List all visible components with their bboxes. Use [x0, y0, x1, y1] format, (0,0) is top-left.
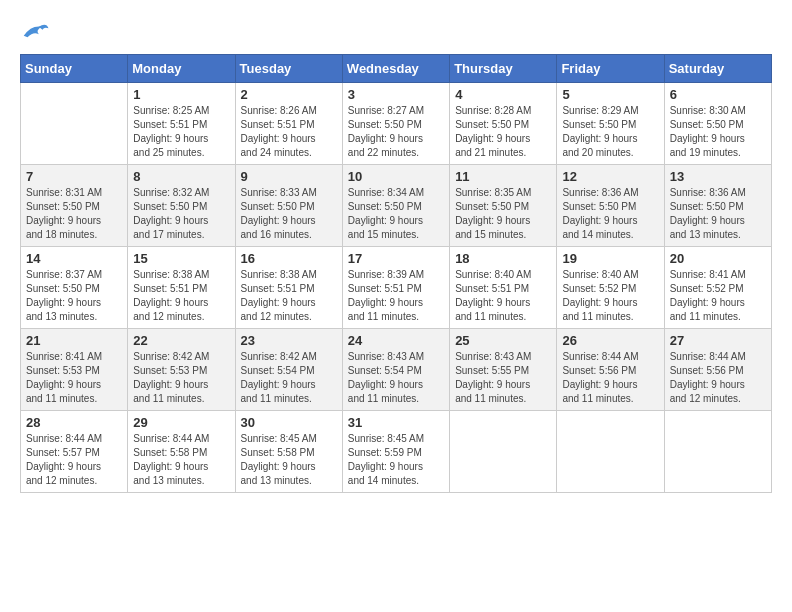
calendar-week-2: 14Sunrise: 8:37 AMSunset: 5:50 PMDayligh…	[21, 247, 772, 329]
calendar-cell: 18Sunrise: 8:40 AMSunset: 5:51 PMDayligh…	[450, 247, 557, 329]
cell-info: Sunrise: 8:26 AMSunset: 5:51 PMDaylight:…	[241, 104, 337, 160]
calendar-cell: 20Sunrise: 8:41 AMSunset: 5:52 PMDayligh…	[664, 247, 771, 329]
day-number: 12	[562, 169, 658, 184]
calendar: SundayMondayTuesdayWednesdayThursdayFrid…	[20, 54, 772, 493]
calendar-cell: 25Sunrise: 8:43 AMSunset: 5:55 PMDayligh…	[450, 329, 557, 411]
day-number: 18	[455, 251, 551, 266]
calendar-cell: 13Sunrise: 8:36 AMSunset: 5:50 PMDayligh…	[664, 165, 771, 247]
cell-info: Sunrise: 8:25 AMSunset: 5:51 PMDaylight:…	[133, 104, 229, 160]
calendar-cell: 10Sunrise: 8:34 AMSunset: 5:50 PMDayligh…	[342, 165, 449, 247]
calendar-cell: 1Sunrise: 8:25 AMSunset: 5:51 PMDaylight…	[128, 83, 235, 165]
cell-info: Sunrise: 8:44 AMSunset: 5:57 PMDaylight:…	[26, 432, 122, 488]
calendar-cell: 6Sunrise: 8:30 AMSunset: 5:50 PMDaylight…	[664, 83, 771, 165]
cell-info: Sunrise: 8:39 AMSunset: 5:51 PMDaylight:…	[348, 268, 444, 324]
header-wednesday: Wednesday	[342, 55, 449, 83]
day-number: 15	[133, 251, 229, 266]
calendar-cell: 9Sunrise: 8:33 AMSunset: 5:50 PMDaylight…	[235, 165, 342, 247]
day-number: 9	[241, 169, 337, 184]
cell-info: Sunrise: 8:29 AMSunset: 5:50 PMDaylight:…	[562, 104, 658, 160]
cell-info: Sunrise: 8:42 AMSunset: 5:54 PMDaylight:…	[241, 350, 337, 406]
cell-info: Sunrise: 8:40 AMSunset: 5:52 PMDaylight:…	[562, 268, 658, 324]
cell-info: Sunrise: 8:43 AMSunset: 5:55 PMDaylight:…	[455, 350, 551, 406]
cell-info: Sunrise: 8:44 AMSunset: 5:58 PMDaylight:…	[133, 432, 229, 488]
calendar-cell: 17Sunrise: 8:39 AMSunset: 5:51 PMDayligh…	[342, 247, 449, 329]
calendar-cell: 2Sunrise: 8:26 AMSunset: 5:51 PMDaylight…	[235, 83, 342, 165]
cell-info: Sunrise: 8:45 AMSunset: 5:58 PMDaylight:…	[241, 432, 337, 488]
day-number: 2	[241, 87, 337, 102]
cell-info: Sunrise: 8:40 AMSunset: 5:51 PMDaylight:…	[455, 268, 551, 324]
day-number: 20	[670, 251, 766, 266]
cell-info: Sunrise: 8:32 AMSunset: 5:50 PMDaylight:…	[133, 186, 229, 242]
calendar-cell: 12Sunrise: 8:36 AMSunset: 5:50 PMDayligh…	[557, 165, 664, 247]
calendar-cell: 11Sunrise: 8:35 AMSunset: 5:50 PMDayligh…	[450, 165, 557, 247]
calendar-cell: 16Sunrise: 8:38 AMSunset: 5:51 PMDayligh…	[235, 247, 342, 329]
calendar-cell	[557, 411, 664, 493]
calendar-cell: 3Sunrise: 8:27 AMSunset: 5:50 PMDaylight…	[342, 83, 449, 165]
day-number: 3	[348, 87, 444, 102]
day-number: 30	[241, 415, 337, 430]
calendar-cell: 15Sunrise: 8:38 AMSunset: 5:51 PMDayligh…	[128, 247, 235, 329]
calendar-cell: 23Sunrise: 8:42 AMSunset: 5:54 PMDayligh…	[235, 329, 342, 411]
header-tuesday: Tuesday	[235, 55, 342, 83]
cell-info: Sunrise: 8:41 AMSunset: 5:53 PMDaylight:…	[26, 350, 122, 406]
day-number: 10	[348, 169, 444, 184]
calendar-cell: 14Sunrise: 8:37 AMSunset: 5:50 PMDayligh…	[21, 247, 128, 329]
day-number: 4	[455, 87, 551, 102]
calendar-cell: 8Sunrise: 8:32 AMSunset: 5:50 PMDaylight…	[128, 165, 235, 247]
cell-info: Sunrise: 8:41 AMSunset: 5:52 PMDaylight:…	[670, 268, 766, 324]
day-number: 13	[670, 169, 766, 184]
calendar-cell: 27Sunrise: 8:44 AMSunset: 5:56 PMDayligh…	[664, 329, 771, 411]
day-number: 6	[670, 87, 766, 102]
cell-info: Sunrise: 8:37 AMSunset: 5:50 PMDaylight:…	[26, 268, 122, 324]
cell-info: Sunrise: 8:43 AMSunset: 5:54 PMDaylight:…	[348, 350, 444, 406]
calendar-cell	[21, 83, 128, 165]
day-number: 1	[133, 87, 229, 102]
cell-info: Sunrise: 8:44 AMSunset: 5:56 PMDaylight:…	[670, 350, 766, 406]
header-monday: Monday	[128, 55, 235, 83]
calendar-cell: 19Sunrise: 8:40 AMSunset: 5:52 PMDayligh…	[557, 247, 664, 329]
day-number: 27	[670, 333, 766, 348]
calendar-cell: 5Sunrise: 8:29 AMSunset: 5:50 PMDaylight…	[557, 83, 664, 165]
page-header	[20, 20, 772, 44]
cell-info: Sunrise: 8:28 AMSunset: 5:50 PMDaylight:…	[455, 104, 551, 160]
day-number: 21	[26, 333, 122, 348]
day-number: 16	[241, 251, 337, 266]
calendar-cell: 30Sunrise: 8:45 AMSunset: 5:58 PMDayligh…	[235, 411, 342, 493]
calendar-cell: 29Sunrise: 8:44 AMSunset: 5:58 PMDayligh…	[128, 411, 235, 493]
header-thursday: Thursday	[450, 55, 557, 83]
cell-info: Sunrise: 8:35 AMSunset: 5:50 PMDaylight:…	[455, 186, 551, 242]
day-number: 28	[26, 415, 122, 430]
day-number: 22	[133, 333, 229, 348]
cell-info: Sunrise: 8:42 AMSunset: 5:53 PMDaylight:…	[133, 350, 229, 406]
day-number: 11	[455, 169, 551, 184]
calendar-header-row: SundayMondayTuesdayWednesdayThursdayFrid…	[21, 55, 772, 83]
cell-info: Sunrise: 8:36 AMSunset: 5:50 PMDaylight:…	[562, 186, 658, 242]
day-number: 31	[348, 415, 444, 430]
header-sunday: Sunday	[21, 55, 128, 83]
cell-info: Sunrise: 8:33 AMSunset: 5:50 PMDaylight:…	[241, 186, 337, 242]
calendar-cell: 21Sunrise: 8:41 AMSunset: 5:53 PMDayligh…	[21, 329, 128, 411]
cell-info: Sunrise: 8:34 AMSunset: 5:50 PMDaylight:…	[348, 186, 444, 242]
cell-info: Sunrise: 8:38 AMSunset: 5:51 PMDaylight:…	[133, 268, 229, 324]
calendar-week-1: 7Sunrise: 8:31 AMSunset: 5:50 PMDaylight…	[21, 165, 772, 247]
cell-info: Sunrise: 8:27 AMSunset: 5:50 PMDaylight:…	[348, 104, 444, 160]
day-number: 5	[562, 87, 658, 102]
day-number: 7	[26, 169, 122, 184]
calendar-cell	[664, 411, 771, 493]
day-number: 26	[562, 333, 658, 348]
cell-info: Sunrise: 8:45 AMSunset: 5:59 PMDaylight:…	[348, 432, 444, 488]
logo	[20, 20, 54, 44]
calendar-cell: 31Sunrise: 8:45 AMSunset: 5:59 PMDayligh…	[342, 411, 449, 493]
day-number: 17	[348, 251, 444, 266]
logo-icon	[20, 20, 50, 44]
cell-info: Sunrise: 8:36 AMSunset: 5:50 PMDaylight:…	[670, 186, 766, 242]
calendar-cell: 22Sunrise: 8:42 AMSunset: 5:53 PMDayligh…	[128, 329, 235, 411]
calendar-cell: 24Sunrise: 8:43 AMSunset: 5:54 PMDayligh…	[342, 329, 449, 411]
cell-info: Sunrise: 8:38 AMSunset: 5:51 PMDaylight:…	[241, 268, 337, 324]
header-friday: Friday	[557, 55, 664, 83]
cell-info: Sunrise: 8:31 AMSunset: 5:50 PMDaylight:…	[26, 186, 122, 242]
day-number: 23	[241, 333, 337, 348]
day-number: 8	[133, 169, 229, 184]
day-number: 19	[562, 251, 658, 266]
calendar-week-0: 1Sunrise: 8:25 AMSunset: 5:51 PMDaylight…	[21, 83, 772, 165]
